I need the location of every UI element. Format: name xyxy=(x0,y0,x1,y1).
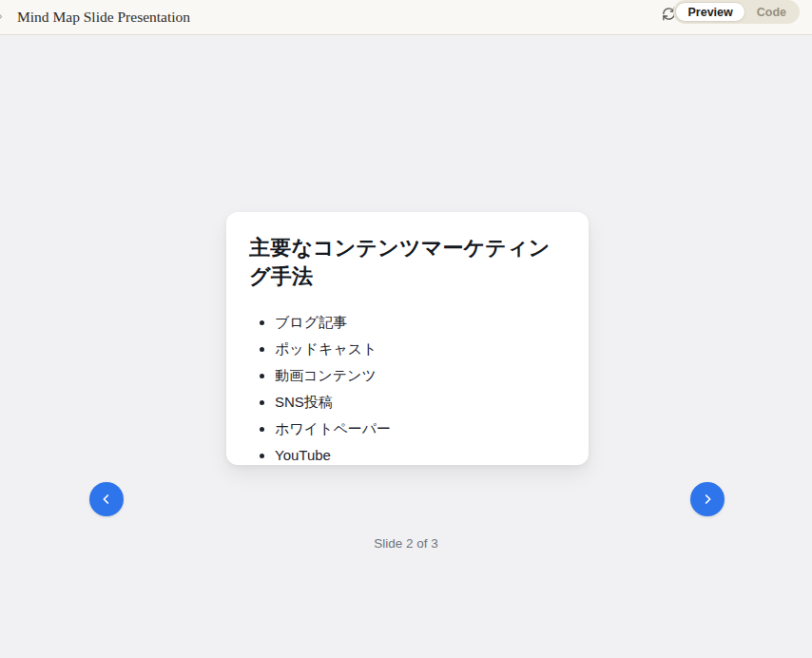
bullet-item: ホワイトペーパー xyxy=(275,420,566,436)
chevron-right-icon xyxy=(700,492,715,507)
slide-card: 主要なコンテンツマーケティング手法 ブログ記事ポッドキャスト動画コンテンツSNS… xyxy=(226,212,589,465)
slide-title: 主要なコンテンツマーケティング手法 xyxy=(249,234,566,291)
bullet-item: ブログ記事 xyxy=(275,314,566,330)
bullet-item: 動画コンテンツ xyxy=(275,367,566,383)
tab-code[interactable]: Code xyxy=(745,2,798,22)
page-title: Mind Map Slide Presentation xyxy=(17,9,190,26)
slide-bullet-list: ブログ記事ポッドキャスト動画コンテンツSNS投稿ホワイトペーパーYouTube xyxy=(249,314,566,463)
slide-counter: Slide 2 of 3 xyxy=(0,536,812,551)
bullet-item: ポッドキャスト xyxy=(275,340,566,357)
tab-preview[interactable]: Preview xyxy=(675,2,744,22)
chevron-left-icon xyxy=(99,492,114,507)
bullet-item: SNS投稿 xyxy=(275,394,566,410)
artifact-viewer: Mind Map Slide Presentation Preview Code… xyxy=(0,0,812,658)
next-slide-button[interactable] xyxy=(690,482,725,516)
bullet-item: YouTube xyxy=(275,447,566,463)
header-bar: Mind Map Slide Presentation Preview Code xyxy=(0,0,812,35)
preview-code-toggle: Preview Code xyxy=(673,0,800,24)
prev-slide-button[interactable] xyxy=(89,482,124,516)
collapsed-panel-chevron-icon xyxy=(0,8,5,16)
